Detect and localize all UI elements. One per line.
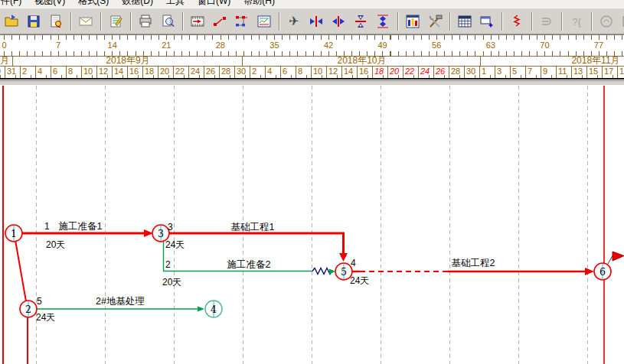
task-number[interactable]: 4 — [351, 258, 356, 268]
node-number: 3 — [158, 228, 164, 239]
node-number: 5 — [341, 266, 347, 278]
node-number: 1 — [11, 228, 17, 239]
task-name[interactable]: 施工准备1 — [59, 221, 103, 232]
task-name[interactable]: 2#地基处理 — [96, 296, 145, 307]
task-number[interactable]: 5 — [37, 296, 42, 307]
task-number[interactable]: 3 — [168, 222, 173, 232]
task-duration[interactable]: 24天 — [36, 312, 55, 323]
task-arrow-5[interactable] — [37, 307, 204, 312]
task-name[interactable]: 基础工程2 — [452, 258, 495, 268]
network-diagram-canvas: 1 2 3 4 5 6 1 施工准备1 20天 3 基础工程1 24天 2 施工… — [0, 0, 624, 364]
task-number[interactable]: 2 — [165, 259, 171, 270]
event-node-6[interactable]: 6 — [594, 263, 611, 280]
app-window: { "menu": { "items": [ {"label": "件(F)"}… — [0, 0, 624, 364]
task-duration[interactable]: 20天 — [162, 277, 181, 288]
node-number: 6 — [599, 266, 606, 278]
event-node-2[interactable]: 2 — [20, 301, 37, 317]
task-name[interactable]: 施工准备2 — [227, 259, 271, 270]
node-number: 2 — [25, 304, 31, 315]
node-number: 4 — [211, 304, 217, 315]
task-duration[interactable]: 24天 — [350, 275, 369, 286]
task-arrow-3[interactable] — [169, 233, 348, 262]
task-name[interactable]: 基础工程1 — [231, 222, 275, 232]
task-number[interactable]: 1 — [44, 221, 50, 232]
event-node-4[interactable]: 4 — [205, 301, 222, 317]
grid-lines — [37, 86, 588, 364]
task-duration[interactable]: 24天 — [165, 239, 185, 250]
event-node-1[interactable]: 1 — [5, 225, 22, 242]
task-arrow-4[interactable] — [352, 268, 594, 275]
task-duration[interactable]: 20天 — [46, 239, 65, 250]
